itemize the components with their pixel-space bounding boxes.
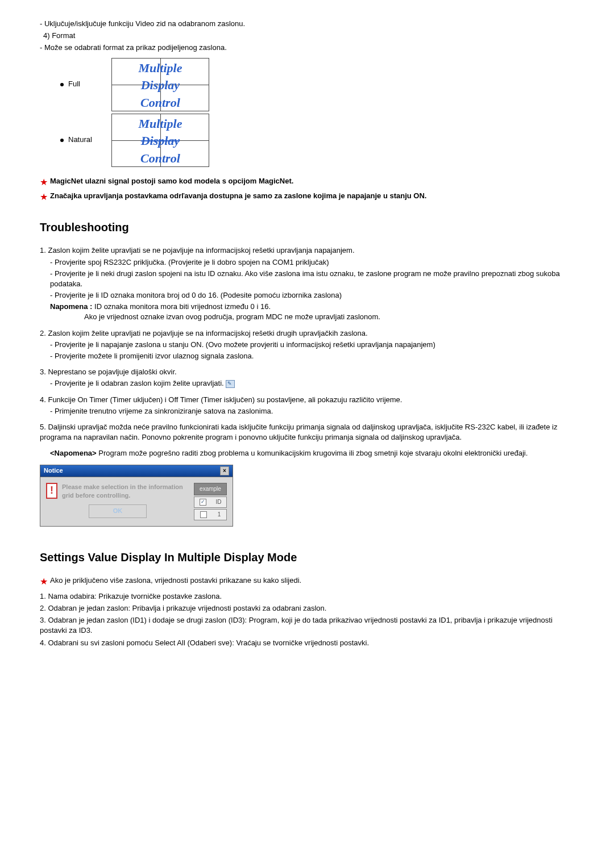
notice-dialog: Notice × ! Please make selection in the … [40,465,233,527]
note-text: ID oznaka monitora mora biti vrijednost … [94,302,271,311]
notice-message: ! Please make selection in the informati… [46,483,189,500]
warning-icon: ! [46,483,57,499]
settings-l3: 3. Odabran je jedan zaslon (ID1) i dodaj… [40,615,574,636]
id-value: 1 [218,511,221,519]
natural-label: Natural [68,135,92,145]
settings-star-text: Ako je priključeno više zaslona, vrijedn… [50,575,574,586]
mdc-text: Display [112,77,209,94]
format-heading: 4) Format [43,31,574,41]
ts-item-2a: - Provjerite je li napajanje zaslona u s… [50,340,574,350]
notice-title-text: Notice [44,466,63,475]
note-label: <Napomena> [50,449,98,457]
mdc-text: Control [112,94,209,112]
ts-item-5-note: <Napomena> Program može pogrešno raditi … [50,448,574,458]
ts-item-3: 3. Neprestano se pojavljuje dijaloški ok… [40,367,574,377]
bullet-full: Full [43,79,92,89]
star-text: Značajka upravljanja postavkama odrľavan… [50,191,574,201]
settings-star-note: ★ Ako je priključeno više zaslona, vrije… [40,575,574,588]
bullet-natural: Natural [43,135,92,145]
bullet-icon [60,139,64,142]
full-format-illustration: Multiple Display Control [111,58,209,111]
star-note-2: ★ Značajka upravljanja postavkama odrľav… [40,191,574,203]
settings-heading: Settings Value Display In Multiple Displ… [40,549,574,565]
full-label: Full [68,79,80,89]
ts-item-1c: - Provjerite je li ID oznaka monitora br… [50,290,574,301]
star-text: MagicNet ulazni signal postoji samo kod … [50,176,574,186]
note-label: Napomena : [50,302,94,311]
notice-titlebar: Notice × [40,465,233,477]
troubleshooting-heading: Troubleshooting [40,219,574,235]
ok-button[interactable]: OK [89,504,147,518]
example-button[interactable]: example [194,483,227,495]
natural-format-illustration: Multiple Display Control [111,114,209,167]
ts-item-3a-text: - Provjerite je li odabran zaslon kojim … [50,379,224,387]
id-label: ID [216,498,222,506]
close-icon[interactable]: × [220,466,229,475]
star-icon: ★ [40,191,50,203]
edit-icon [226,380,235,388]
ts-item-4: 4. Funkcije On Timer (Timer uključen) i … [40,395,574,405]
settings-l1: 1. Nama odabira: Prikazuje tvorničke pos… [40,591,574,602]
ts-item-1: 1. Zaslon kojim želite upravljati se ne … [40,245,574,256]
bullet-icon [60,83,64,86]
star-note-1: ★ MagicNet ulazni signal postoji samo ko… [40,176,574,189]
settings-l2: 2. Odabran je jedan zaslon: Pribavlja i … [40,603,574,614]
settings-l4: 4. Odabrani su svi zasloni pomoću Select… [40,638,574,648]
ts-item-2: 2. Zaslon kojim želite upravljati ne poj… [40,328,574,339]
ts-item-3a: - Provjerite je li odabran zaslon kojim … [50,378,574,389]
ts-item-1-note: Napomena : ID oznaka monitora mora biti … [50,302,574,312]
ts-item-1b: - Provjerite je li neki drugi zaslon spo… [50,269,574,289]
ts-item-4a: - Primjenite trenutno vrijeme za sinkron… [50,406,574,416]
id-header-row: ✓ ID [194,496,227,508]
mdc-text: Multiple [112,115,209,133]
ts-item-2b: - Provjerite možete li promijeniti izvor… [50,351,574,361]
checkbox-checked-icon[interactable]: ✓ [200,499,206,506]
checkbox-icon[interactable] [200,511,207,518]
ts-item-1a: - Provjerite spoj RS232C priključka. (Pr… [50,257,574,268]
video-wall-desc: - Uključuje/isključuje funkciju Video zi… [40,19,574,29]
mdc-text: Multiple [112,60,209,77]
format-examples: Full Multiple Display Control Natural [40,57,213,168]
notice-message-text: Please make selection in the information… [62,483,189,500]
mdc-text: Display [112,132,209,150]
star-icon: ★ [40,176,50,189]
ts-item-5: 5. Daljinski upravljač možda neće pravil… [40,422,574,443]
document-root: - Uključuje/isključuje funkciju Video zi… [40,19,574,648]
star-icon: ★ [40,575,50,588]
ts-item-1-note2: Ako je vrijednost oznake izvan ovog podr… [84,312,574,322]
format-desc: - Može se odabrati format za prikaz podi… [40,43,574,53]
notice-side-panel: example ✓ ID 1 [194,483,227,520]
id-row: 1 [194,509,227,520]
mdc-text: Control [112,150,209,168]
note-text: Program može pogrešno raditi zbog proble… [98,449,528,457]
